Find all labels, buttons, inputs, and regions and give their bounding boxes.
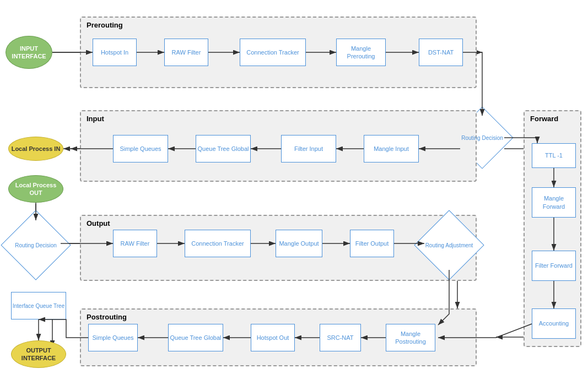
routing-adjustment-diamond: Routing Adjustment [424,220,474,270]
connection-tracker-out-box: Connection Tracker [185,230,251,257]
connection-tracker-pre-box: Connection Tracker [240,39,306,66]
filter-forward-box: Filter Forward [532,251,576,281]
src-nat-box: SRC-NAT [320,324,361,351]
mangle-postrouting-box: Mangle Postrouting [386,324,435,351]
raw-filter-out-box: RAW Filter [113,230,157,257]
routing-decision-out-diamond: Routing Decision [11,220,61,270]
mangle-input-box: Mangle Input [364,135,419,162]
dst-nat-box: DST-NAT [419,39,463,66]
filter-output-box: Filter Output [350,230,394,257]
interface-queue-tree-box: Interface Queue Tree [11,292,66,319]
mangle-output-box: Mangle Output [276,230,322,257]
network-diagram: INPUT INTERFACE Prerouting Hotspot In RA… [0,0,588,374]
queue-tree-global-in-box: Queue Tree Global [196,135,251,162]
raw-filter-pre-box: RAW Filter [164,39,208,66]
local-process-out: Local Process OUT [8,175,63,203]
input-interface: INPUT INTERFACE [6,36,52,69]
output-interface: OUTPUT INTERFACE [11,340,66,368]
simple-queues-post-box: Simple Queues [88,324,138,351]
mangle-forward-box: Mangle Forward [532,187,576,218]
simple-queues-in-box: Simple Queues [113,135,168,162]
queue-tree-global-post-box: Queue Tree Global [168,324,223,351]
ttl-1-box: TTL -1 [532,143,576,168]
accounting-box: Accounting [532,308,576,339]
local-process-in: Local Process IN [8,137,63,161]
filter-input-box: Filter Input [281,135,336,162]
hotspot-out-box: Hotspot Out [251,324,295,351]
mangle-prerouting-box: Mangle Prerouting [336,39,386,66]
hotspot-in-box: Hotspot In [93,39,137,66]
